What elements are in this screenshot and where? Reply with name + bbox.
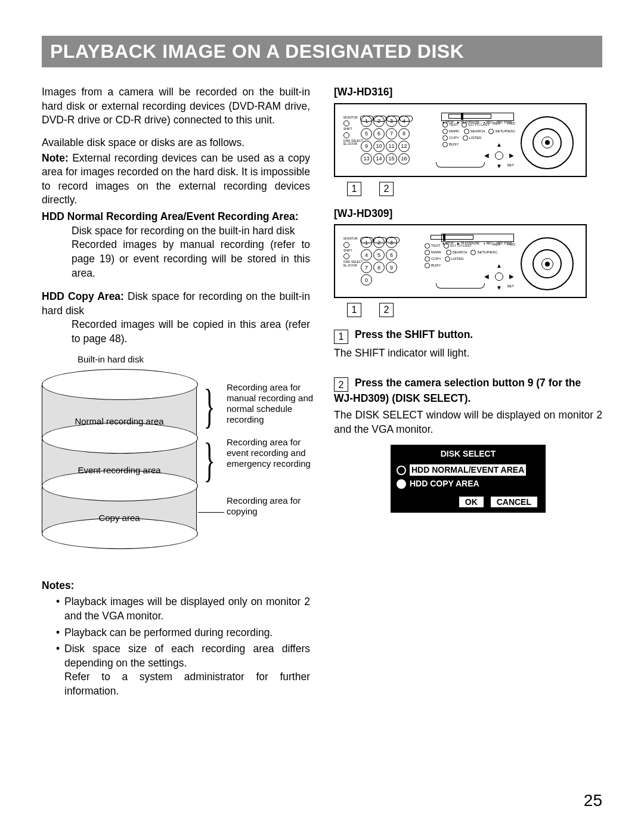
step-2-title: Press the camera selection button 9 (7 f… [334,377,581,405]
panel-label-rev-b: REV [493,243,500,246]
panel-label-busy: BUSY [449,142,459,147]
hdd-copy-line2: Recorded images will be copied in this a… [42,318,310,346]
hdd-normal-line1: Disk space for recording on the built-in… [42,224,310,238]
disk-select-option-2-label: HDD COPY AREA [410,478,479,489]
panel-label-play-b: PLAY/PAUSE [460,241,479,246]
notes-item-3: Disk space size of each recording area d… [56,642,310,699]
disk-select-title: DISK SELECT [391,445,546,463]
step-1-body: The SHIFT indicator will light. [334,346,602,361]
intro-para-1: Images from a camera will be recorded on… [42,85,310,128]
device-panel-hd309: MONITOR SHIFT DISK SELECT EL-ZOOM 123 45… [334,224,587,298]
hdd-copy-heading: HDD Copy Area: [42,290,124,302]
notes-list: Playback images will be displayed only o… [42,595,310,698]
panel-label-search-b: SEARCH [453,250,467,255]
panel-label-busy-b: BUSY [431,263,441,268]
hard-disk-diagram: Built-in hard disk Normal recording area… [42,364,280,567]
notes-item-2: Playback can be performed during recordi… [56,626,310,640]
notes-item-3a: Disk space size of each recording area d… [64,643,310,669]
panel-label-stop-b: STOP [445,241,454,246]
hdd-normal-heading: HDD Normal Recording Area/Event Recordin… [42,210,310,224]
note-body: External recording devices can be used a… [42,152,310,206]
step-2-number: 2 [334,377,348,392]
callout-1b: 1 [347,303,361,317]
panel-label-mark-b: MARK [431,250,441,255]
diagram-anno2: Recording area for event recording and e… [227,437,316,469]
panel-label-copy: COPY [449,136,459,140]
intro-para-2: Available disk space or disks are as fol… [42,136,310,150]
panel-label-fwd-b: FWD [507,243,515,246]
page-number: 25 [584,791,602,810]
diagram-anno1: Recording area for manual recording and … [227,382,316,425]
disk-select-cancel-button: CANCEL [491,497,537,507]
disk-select-ok-button: OK [459,497,484,507]
step-1-heading: 1 Press the SHIFT button. [334,328,602,344]
panel-label-fwd: FWD [507,122,515,125]
panel-label-setup: SETUP/ESC [495,129,515,134]
right-column: [WJ-HD316] MONITOR SHIFT DISK SELECT EL-… [334,85,602,701]
step-2-heading: 2 Press the camera selection button 9 (7… [334,376,602,406]
callout-2b: 2 [379,303,394,317]
panel-label-stop: STOP [445,120,454,125]
left-column: Images from a camera will be recorded on… [42,85,310,701]
panel-label-rev: REV [493,122,500,125]
page-title: PLAYBACK IMAGE ON A DESIGNATED DISK [42,36,602,67]
panel-label-set: SET [507,163,514,168]
diagram-slice1-label: Normal recording area [42,416,197,427]
disk-select-option-2: HDD COPY AREA [391,477,546,491]
step-1-title: Press the SHIFT button. [355,328,473,340]
notes-item-1: Playback images will be displayed only o… [56,595,310,623]
model-b-heading: [WJ-HD309] [334,207,602,221]
notes-item-3b: Refer to a system administrator for furt… [64,671,310,697]
panel-label-copy-b: COPY [431,257,441,261]
notes-heading: Notes: [42,579,310,593]
callouts-hd309: 1 2 [334,303,602,317]
panel-label-set-b: SET [507,284,514,289]
callout-2: 2 [379,182,394,196]
diagram-anno3: Recording area for copying [227,495,316,517]
device-panel-hd316: MONITOR SHIFT DISK SELECT EL-ZOOM 1234 5… [334,103,587,177]
diagram-slice2-label: Event recording area [42,464,197,476]
panel-label-listed-b: LISTED [451,257,464,261]
diagram-slice3-label: Copy area [42,512,197,524]
model-a-heading: [WJ-HD316] [334,85,602,100]
panel-label-listed: LISTED [469,136,482,140]
step-1-number: 1 [334,330,348,344]
panel-label-play: PLAY/PAUSE [460,120,479,125]
panel-label-search: SEARCH [470,129,485,134]
panel-label-text-b: TEXT [431,244,440,248]
disk-select-option-1-label: HDD NORMAL/EVENT AREA [410,464,526,476]
disk-select-window: DISK SELECT HDD NORMAL/EVENT AREA HDD CO… [391,445,546,513]
step-2-body: The DISK SELECT window will be displayed… [334,408,602,436]
panel-label-mark: MARK [449,129,459,134]
hdd-normal-line2: Recorded images by manual recording (ref… [42,238,310,280]
callout-1: 1 [347,182,361,196]
panel-label-setup-b: SETUP/ESC [477,250,497,255]
diagram-top-label: Built-in hard disk [78,354,144,365]
note-label: Note: [42,152,69,164]
callouts-hd316: 1 2 [334,182,602,196]
disk-select-option-1: HDD NORMAL/EVENT AREA [391,463,546,477]
